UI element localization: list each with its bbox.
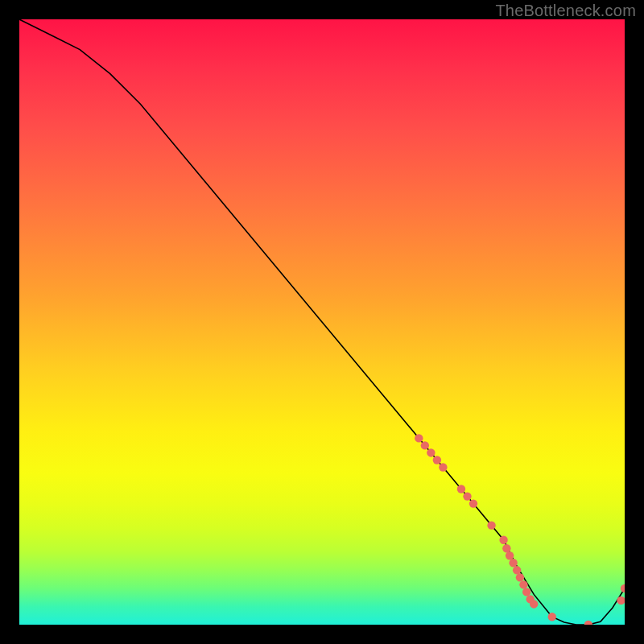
data-point [502,544,510,552]
data-point [433,456,441,464]
data-point [415,434,423,442]
chart-svg [19,19,625,625]
data-point [463,492,471,500]
data-point [439,463,447,471]
data-point [617,597,625,605]
data-point [522,588,530,596]
data-point [513,566,521,574]
data-point [499,536,507,544]
data-point [621,584,625,592]
data-point [487,521,495,529]
data-point [457,485,465,493]
watermark-text: TheBottleneck.com [495,2,636,20]
chart-stage: TheBottleneck.com [0,0,644,644]
data-point [469,499,477,507]
data-point [584,621,592,625]
data-point [506,551,514,559]
data-point [509,559,517,567]
data-point [519,580,527,588]
data-point [516,573,524,581]
plot-area [19,19,625,625]
data-point [427,448,435,456]
bottleneck-curve [19,19,625,625]
data-point [421,441,429,449]
data-point [530,600,538,608]
data-point [548,613,556,621]
highlighted-points [415,434,625,625]
